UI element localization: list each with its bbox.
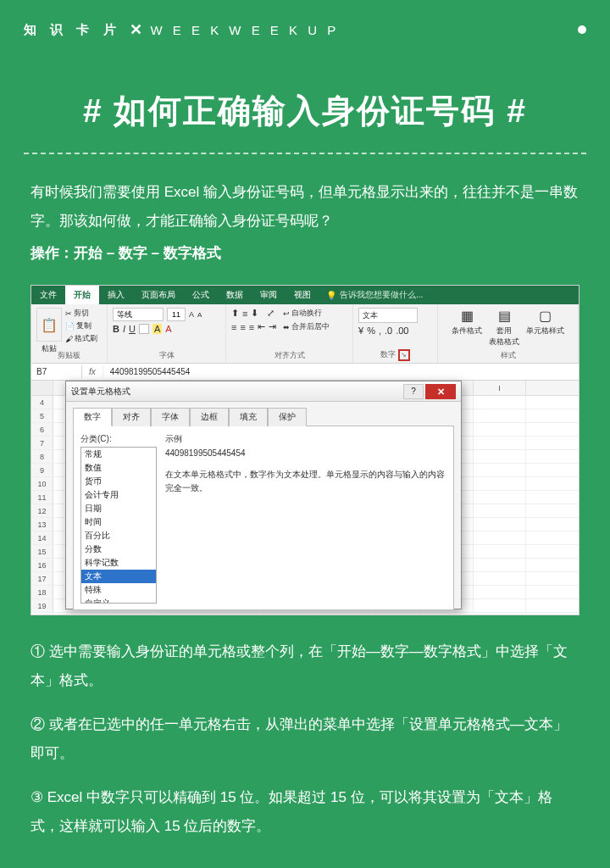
italic-button[interactable]: I	[123, 324, 125, 334]
indent-dec-icon[interactable]: ⇤	[258, 321, 265, 332]
cell[interactable]	[474, 477, 526, 490]
copy-button[interactable]: 📄复制	[65, 320, 97, 331]
conditional-format-button[interactable]: ▦ 条件格式	[452, 308, 482, 337]
font-name-select[interactable]	[113, 308, 164, 321]
dialog-help-button[interactable]: ?	[403, 384, 424, 399]
row-header[interactable]: 13	[31, 518, 53, 531]
tab-view[interactable]: 视图	[286, 286, 319, 304]
name-box[interactable]: B7	[31, 365, 82, 378]
table-format-button[interactable]: ▤ 套用 表格格式	[489, 308, 519, 348]
cell[interactable]	[474, 545, 526, 558]
tab-file[interactable]: 文件	[31, 286, 65, 304]
dialog-tab-fill[interactable]: 填充	[229, 408, 268, 426]
row-header[interactable]: 15	[31, 545, 53, 558]
bold-button[interactable]: B	[113, 324, 119, 334]
align-left-icon[interactable]: ≡	[231, 322, 236, 332]
row-header[interactable]: 12	[31, 504, 53, 517]
category-item[interactable]: 时间	[81, 515, 156, 529]
category-item[interactable]: 百分比	[81, 529, 156, 542]
cell[interactable]	[474, 504, 526, 517]
category-item[interactable]: 自定义	[81, 597, 156, 604]
cell[interactable]	[474, 559, 526, 571]
paste-button[interactable]: 📋	[36, 308, 62, 342]
currency-icon[interactable]: ¥	[358, 326, 363, 336]
category-list[interactable]: 常规数值货币会计专用日期时间百分比分数科学记数文本特殊自定义	[80, 447, 157, 604]
tab-review[interactable]: 审阅	[252, 286, 286, 304]
merge-center-button[interactable]: ⬌合并后居中	[283, 321, 330, 332]
cell[interactable]	[474, 464, 526, 476]
col-header[interactable]: I	[474, 381, 526, 395]
category-item[interactable]: 常规	[81, 448, 156, 461]
tab-home[interactable]: 开始	[65, 286, 99, 304]
formula-value[interactable]: 440981995054454​54	[103, 365, 197, 378]
row-header[interactable]: 19	[31, 599, 53, 612]
align-right-icon[interactable]: ≡	[249, 322, 254, 332]
dialog-tab-align[interactable]: 对齐	[112, 408, 151, 426]
percent-icon[interactable]: %	[367, 326, 375, 336]
cut-button[interactable]: ✂剪切	[65, 308, 97, 319]
dialog-close-button[interactable]: ✕	[425, 384, 456, 399]
category-item[interactable]: 日期	[81, 502, 156, 515]
row-header[interactable]: 7	[31, 437, 53, 449]
cell[interactable]	[474, 531, 526, 544]
indent-inc-icon[interactable]: ⇥	[269, 321, 276, 332]
format-painter-button[interactable]: 🖌格式刷	[65, 333, 97, 344]
dialog-tab-font[interactable]: 字体	[151, 408, 190, 426]
category-item[interactable]: 分数	[81, 542, 156, 556]
number-format-launcher[interactable]: ↘	[398, 349, 410, 361]
cell-style-button[interactable]: ▢ 单元格样式	[526, 308, 564, 337]
category-item[interactable]: 会计专用	[81, 488, 156, 502]
cell[interactable]	[474, 586, 526, 598]
tab-formulas[interactable]: 公式	[184, 286, 218, 304]
category-item[interactable]: 货币	[81, 475, 156, 488]
cell[interactable]	[474, 572, 526, 585]
tab-layout[interactable]: 页面布局	[133, 286, 184, 304]
cell[interactable]	[474, 409, 526, 422]
comma-icon[interactable]: ,	[379, 326, 381, 336]
cell[interactable]	[474, 450, 526, 463]
tab-data[interactable]: 数据	[218, 286, 252, 304]
row-header[interactable]: 4	[31, 396, 53, 409]
align-bot-icon[interactable]: ⬇	[251, 308, 258, 319]
inc-dec-icon[interactable]: .0	[385, 326, 392, 336]
underline-button[interactable]: U	[129, 324, 136, 334]
align-center-icon[interactable]: ≡	[240, 322, 245, 332]
row-header[interactable]: 6	[31, 423, 53, 436]
tab-insert[interactable]: 插入	[99, 286, 133, 304]
cell[interactable]	[474, 396, 526, 409]
wrap-text-button[interactable]: ↩自动换行	[283, 308, 322, 319]
row-header[interactable]: 16	[31, 559, 53, 571]
border-button[interactable]	[139, 324, 149, 334]
grow-font-icon[interactable]: A	[189, 310, 194, 319]
cell[interactable]	[474, 599, 526, 612]
fill-color-button[interactable]: A	[152, 324, 162, 334]
category-item[interactable]: 特殊	[81, 583, 156, 597]
row-header[interactable]: 9	[31, 464, 53, 476]
dec-dec-icon[interactable]: .00	[396, 326, 408, 336]
row-header[interactable]: 14	[31, 531, 53, 544]
row-header[interactable]: 11	[31, 491, 53, 504]
number-format-select[interactable]: 文本	[358, 308, 418, 323]
dialog-tab-border[interactable]: 边框	[190, 408, 229, 426]
row-header[interactable]: 17	[31, 572, 53, 585]
dialog-tab-number[interactable]: 数字	[73, 408, 112, 426]
row-header[interactable]: 18	[31, 586, 53, 598]
orient-icon[interactable]: ⤢	[267, 308, 274, 319]
cell[interactable]	[474, 437, 526, 449]
category-item[interactable]: 文本	[81, 570, 156, 583]
font-size-select[interactable]	[167, 308, 186, 321]
cell[interactable]	[474, 518, 526, 531]
shrink-font-icon[interactable]: A	[197, 311, 202, 319]
font-color-button[interactable]: A	[165, 324, 171, 334]
row-header[interactable]: 10	[31, 477, 53, 490]
cell[interactable]	[474, 491, 526, 504]
dialog-title-bar[interactable]: 设置单元格格式 ? ✕	[66, 381, 461, 402]
align-top-icon[interactable]: ⬆	[231, 308, 239, 319]
fx-icon[interactable]: fx	[82, 365, 103, 378]
select-all-corner[interactable]	[31, 381, 53, 395]
row-header[interactable]: 8	[31, 450, 53, 463]
cell[interactable]	[474, 423, 526, 436]
align-mid-icon[interactable]: ≡	[242, 309, 247, 319]
category-item[interactable]: 科学记数	[81, 556, 156, 570]
tell-me[interactable]: 💡告诉我您想要做什么...	[319, 286, 430, 304]
